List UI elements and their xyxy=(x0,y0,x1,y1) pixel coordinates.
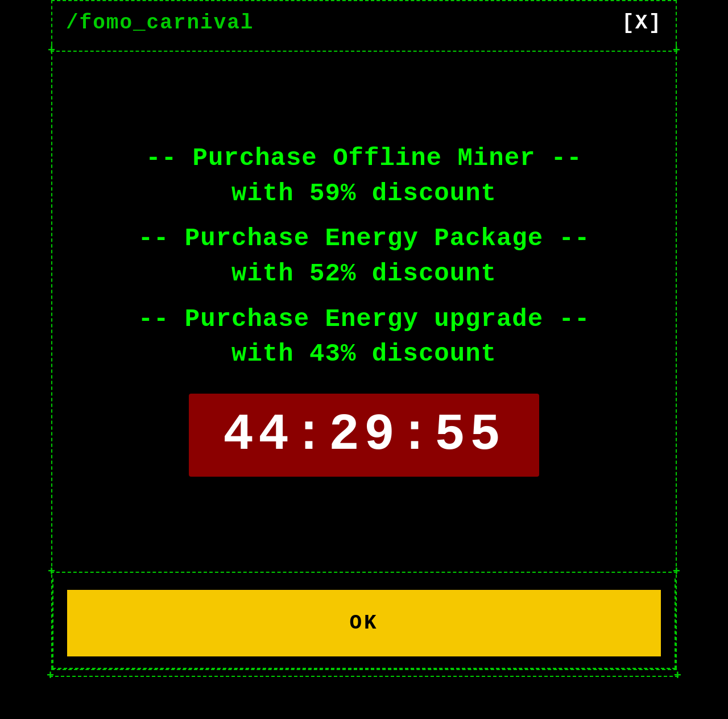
divider-line-top xyxy=(51,51,677,52)
offer-discount-1: with 59% discount xyxy=(231,176,497,212)
offers-section: -- Purchase Offline Miner -- with 59% di… xyxy=(52,57,676,566)
corner-plus-br: + xyxy=(673,566,680,578)
ok-button[interactable]: OK xyxy=(67,590,661,656)
timer-box: 44:29:55 xyxy=(189,394,539,477)
bottom-frame-line: + + xyxy=(51,669,677,683)
offer-title-2: -- Purchase Energy Package -- xyxy=(138,221,590,257)
offer-discount-3: with 43% discount xyxy=(231,337,497,372)
corner-plus-tr: + xyxy=(673,45,680,57)
timer-display: 44:29:55 xyxy=(223,406,505,464)
close-button[interactable]: [X] xyxy=(622,11,662,35)
window-title: /fomo_carnival xyxy=(66,11,254,35)
offer-title-3: -- Purchase Energy upgrade -- xyxy=(138,302,590,337)
bottom-divider: + + xyxy=(52,566,676,578)
bottom-fill-line xyxy=(49,676,679,677)
offer-discount-2: with 52% discount xyxy=(231,257,497,292)
header-bar: /fomo_carnival [X] xyxy=(51,0,677,45)
content-area: + + -- Purchase Offline Miner -- with 59… xyxy=(51,45,677,669)
top-divider: + + xyxy=(52,45,676,57)
corner-plus-bottom-r: + xyxy=(674,670,681,683)
offer-title-1: -- Purchase Offline Miner -- xyxy=(146,141,582,176)
footer-section: OK xyxy=(52,578,676,669)
main-window: /fomo_carnival [X] + + -- Purchase Offli… xyxy=(51,0,677,683)
divider-line-bottom xyxy=(51,572,677,573)
